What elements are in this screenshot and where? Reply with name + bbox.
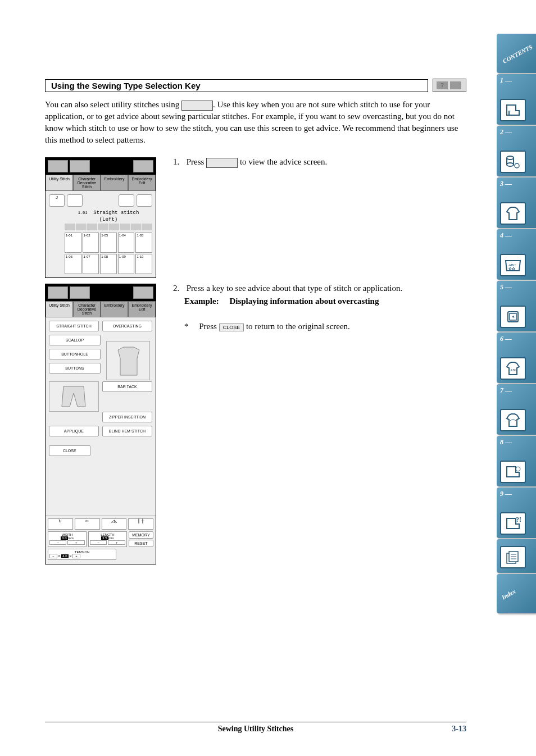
chapter-nav: CONTENTS 1 — 2 — 3 — 4 — ABC✿✿ 5 — ✶ 6 —… <box>497 34 536 614</box>
reset-btn: RESET <box>129 540 153 547</box>
svg-rect-1 <box>450 81 461 89</box>
screenshot-2: Utility Stitch Character Decorative Stit… <box>45 284 156 564</box>
btn-scallop: SCALLOP <box>49 335 101 345</box>
shirt-design-icon <box>500 409 526 431</box>
ss1-foot-btn: J <box>49 194 65 207</box>
ss2-f4: ║ ╫ <box>128 518 153 530</box>
ss2-f1: ↻ <box>48 518 73 530</box>
ss2-top-btn-1 <box>48 286 68 299</box>
hoop-icon: ✶ <box>500 306 526 328</box>
step1-num: 1. <box>173 157 184 167</box>
svg-text:?: ? <box>441 82 444 88</box>
shirt-abc-icon: ABC <box>500 357 526 380</box>
ss2-tab-utility: Utility Stitch <box>46 301 73 317</box>
ss2-tab-character: Character Decorative Stitch <box>73 301 101 317</box>
nav-chapter-3[interactable]: 3 — <box>497 177 536 228</box>
svg-text:ABC: ABC <box>510 368 517 372</box>
nav-chapter-4[interactable]: 4 — ABC✿✿ <box>497 229 536 280</box>
nav-3-label: 3 — <box>500 180 512 188</box>
ss1-cell: 1-08 <box>100 254 117 274</box>
step1-text-b: to view the advice screen. <box>240 157 327 166</box>
ss2-top-btn-3 <box>133 286 153 299</box>
ss2-f3: ◿◺ <box>102 518 127 530</box>
shirt-illustration <box>106 341 150 380</box>
note-star: * <box>184 322 189 331</box>
ss2-top-btn-2 <box>70 286 90 299</box>
intro-text-1: You can also select utility stitches usi… <box>45 100 181 109</box>
nav-5-label: 5 — <box>500 283 512 292</box>
ss1-cell: 1-05 <box>135 233 152 253</box>
ss1-top-btn-1 <box>48 160 68 172</box>
ss1-cell: 1-02 <box>83 233 99 253</box>
nav-chapter-7[interactable]: 7 — <box>497 384 536 435</box>
pages-icon <box>500 546 526 568</box>
ss1-cell: 1-03 <box>100 233 117 253</box>
nav-4-label: 4 — <box>500 231 512 240</box>
width-param: WIDTH 0.0mm −+ <box>48 531 87 547</box>
nav-blank[interactable] <box>497 539 536 573</box>
btn-straight: STRAIGHT STITCH <box>49 321 99 331</box>
nav-contents-label: CONTENTS <box>502 43 534 65</box>
ss2-f2: ✂ <box>75 518 100 530</box>
nav-chapter-2[interactable]: 2 — <box>497 126 536 176</box>
note-a: Press <box>199 322 219 331</box>
nav-chapter-8[interactable]: 8 — <box>497 436 536 486</box>
step2-text: Press a key to see advice about that typ… <box>187 284 402 293</box>
length-param: LENGTH 2.5mm −+ <box>88 531 127 547</box>
btn-buttonhole: BUTTONHOLE <box>49 349 101 359</box>
nav-chapter-5[interactable]: 5 — ✶ <box>497 281 536 331</box>
ss1-btn-2 <box>67 194 83 207</box>
nav-chapter-6[interactable]: 6 — ABC <box>497 333 536 383</box>
shirt-icon <box>500 202 526 225</box>
ss1-code: 1-01 <box>78 211 88 215</box>
svg-point-12 <box>516 467 520 471</box>
sewing-type-key-inline-icon <box>181 101 213 111</box>
note-b: to return to the original screen. <box>246 322 350 331</box>
example-text: Displaying information about overcasting <box>229 297 379 306</box>
ss1-tab-utility: Utility Stitch <box>46 175 73 191</box>
nav-index-label: Index <box>501 588 517 601</box>
svg-text:?!: ?! <box>516 516 521 523</box>
ss1-cell: 1-06 <box>65 254 81 274</box>
ss1-label-1: Straight stitch <box>93 210 139 216</box>
screenshot-1: Utility Stitch Character Decorative Stit… <box>45 157 156 278</box>
ss1-cell: 1-09 <box>118 254 135 274</box>
ss1-cell: 1-07 <box>83 254 99 274</box>
nav-7-label: 7 — <box>500 386 512 395</box>
ss1-label-2: (Left) <box>65 217 152 222</box>
btn-blindhem: BLIND HEM STITCH <box>102 426 152 436</box>
intro-paragraph: You can also select utility stitches usi… <box>45 99 466 146</box>
pants-illustration <box>49 381 99 412</box>
tension-param: TENSION − 0 4.0 9 + <box>48 549 116 560</box>
ss1-cell: 1-04 <box>118 233 135 253</box>
sewing-machine-icon <box>500 99 526 121</box>
svg-point-4 <box>507 163 514 166</box>
ss1-btn-3 <box>119 194 134 207</box>
ss1-top-btn-2 <box>70 160 90 172</box>
nav-9-label: 9 — <box>500 490 512 498</box>
page-number: 3-13 <box>452 725 466 734</box>
ss1-cell: 1-10 <box>135 254 152 274</box>
step1-text-a: Press <box>187 157 206 166</box>
nav-1-label: 1 — <box>500 76 512 85</box>
close-inline-btn: CLOSE <box>219 324 244 331</box>
advice-key-inline-icon <box>206 158 238 168</box>
nav-chapter-9[interactable]: 9 — ?! <box>497 488 536 538</box>
footer-title: Sewing Utility Stitches <box>218 725 294 734</box>
btn-zipper: ZIPPER INSERTION <box>102 412 152 422</box>
memory-btn: MEMORY <box>129 531 153 539</box>
ss1-tab-embedit: Embroidery Edit <box>128 175 156 191</box>
btn-overcasting: OVERCASTING <box>102 321 152 331</box>
btn-close: CLOSE <box>49 445 90 456</box>
svg-point-3 <box>507 156 514 160</box>
ss1-btn-4 <box>137 194 152 207</box>
svg-text:✿✿: ✿✿ <box>508 267 515 271</box>
section-title: Using the Sewing Type Selection Key <box>45 79 428 92</box>
nav-index[interactable]: Index <box>497 574 536 613</box>
nav-chapter-1[interactable]: 1 — <box>497 74 536 125</box>
btn-buttons: BUTTONS <box>49 363 101 374</box>
ss2-tab-embedit: Embroidery Edit <box>128 301 156 317</box>
nav-8-label: 8 — <box>500 438 512 447</box>
nav-contents[interactable]: CONTENTS <box>497 34 536 73</box>
ss2-tab-embroidery: Embroidery <box>101 301 128 317</box>
